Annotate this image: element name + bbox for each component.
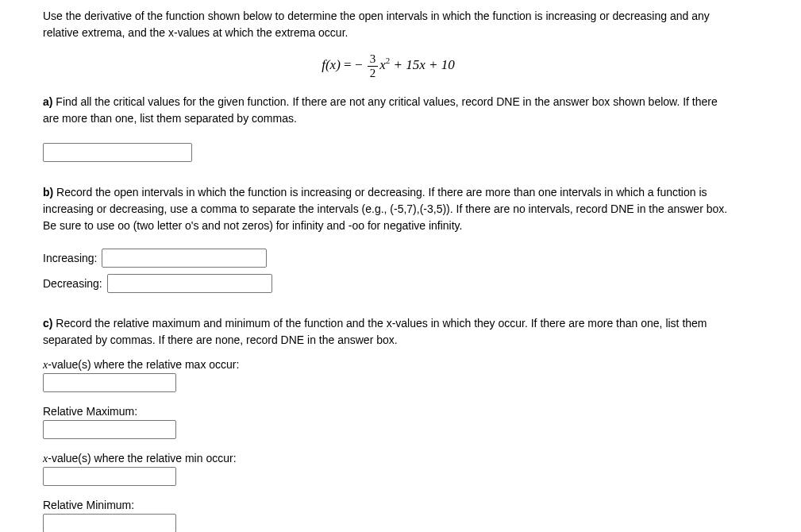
part-c-label: c) xyxy=(43,317,52,330)
formula-x: x xyxy=(379,57,386,72)
xmax-label-text: -value(s) where the relative max occur: xyxy=(48,358,239,371)
xmin-label-text: -value(s) where the relative min occur: xyxy=(48,452,236,465)
relmax-label: Relative Maximum: xyxy=(43,403,734,420)
relmax-input[interactable] xyxy=(43,420,176,439)
part-a-body: Find all the critical values for the giv… xyxy=(43,95,718,125)
relmin-label: Relative Minimum: xyxy=(43,497,734,514)
part-b-text: b) Record the open intervals in which th… xyxy=(43,184,734,234)
function-formula: f(x) = − 32x2 + 15x + 10 xyxy=(43,52,734,79)
part-b-label: b) xyxy=(43,186,53,199)
increasing-label: Increasing: xyxy=(43,250,97,267)
part-a: a) Find all the critical values for the … xyxy=(43,94,734,162)
critical-values-input[interactable] xyxy=(43,143,192,162)
formula-minus: − xyxy=(355,57,366,72)
xmax-input[interactable] xyxy=(43,373,176,392)
decreasing-label: Decreasing: xyxy=(43,276,102,292)
xmax-label: x-value(s) where the relative max occur: xyxy=(43,357,734,373)
part-a-label: a) xyxy=(43,95,52,108)
xmin-input[interactable] xyxy=(43,467,176,486)
part-c-body: Record the relative maximum and minimum … xyxy=(43,317,707,346)
increasing-input[interactable] xyxy=(102,249,267,268)
formula-lhs: f(x) xyxy=(322,57,341,72)
intro-paragraph: Use the derivative of the function shown… xyxy=(43,8,734,41)
part-a-text: a) Find all the critical values for the … xyxy=(43,94,734,127)
part-b: b) Record the open intervals in which th… xyxy=(43,184,734,293)
part-c: c) Record the relative maximum and minim… xyxy=(43,315,734,532)
part-c-text: c) Record the relative maximum and minim… xyxy=(43,315,734,349)
part-b-body: Record the open intervals in which the f… xyxy=(43,186,727,232)
frac-num: 3 xyxy=(368,52,379,67)
decreasing-input[interactable] xyxy=(107,274,272,293)
xmin-label: x-value(s) where the relative min occur: xyxy=(43,450,734,467)
formula-tail: + 15x + 10 xyxy=(390,57,455,72)
relmin-input[interactable] xyxy=(43,514,176,532)
formula-fraction: 32 xyxy=(368,52,379,79)
formula-equals: = xyxy=(341,57,355,72)
frac-den: 2 xyxy=(368,67,379,80)
